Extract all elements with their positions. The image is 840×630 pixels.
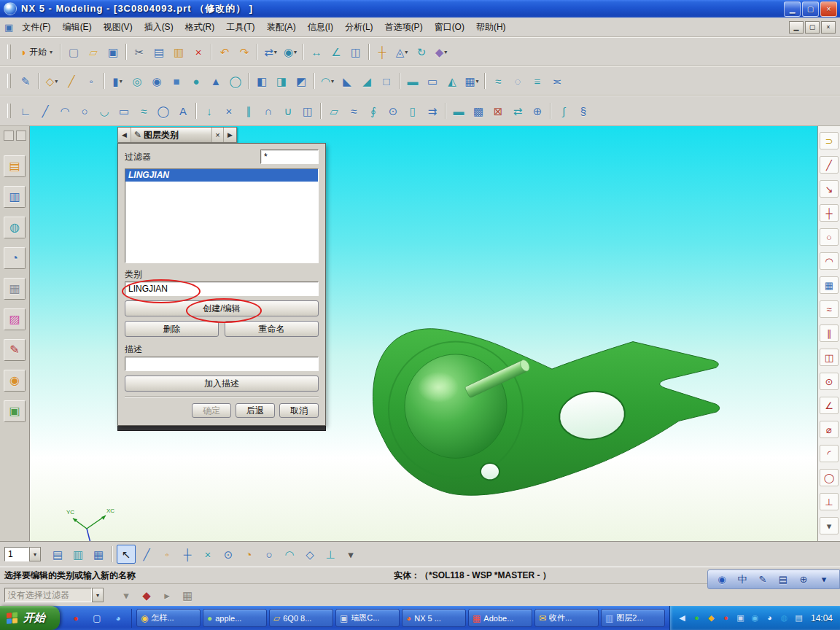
menu-item-12[interactable]: 帮助(H): [470, 20, 512, 34]
menu-item-10[interactable]: 首选项(P): [379, 20, 429, 34]
menu-item-1[interactable]: 文件(F): [16, 20, 56, 34]
snap-endpoint-button[interactable]: ╱: [137, 545, 156, 564]
create-edit-button[interactable]: 创建/编辑: [125, 300, 319, 316]
thicken-button[interactable]: ≡: [528, 71, 547, 90]
graphics-viewport[interactable]: XC YC Z ◀ ✎ 图层类别 × ▶ 过滤器 LIN: [30, 126, 817, 541]
bridge-curve-button[interactable]: ∩: [259, 101, 278, 120]
resource-tab-2[interactable]: [16, 131, 26, 141]
radius-dimension-button[interactable]: ◜: [820, 445, 839, 462]
block-button[interactable]: ■: [167, 71, 186, 90]
window-minimize-button[interactable]: ▁: [784, 1, 801, 17]
snap-quadrant-button[interactable]: ◔: [239, 545, 258, 564]
sketch-button[interactable]: ✎: [16, 71, 35, 90]
ime-settings-button[interactable]: ⊕: [794, 572, 813, 588]
menu-item-3[interactable]: 视图(V): [98, 20, 139, 34]
grid-snap-button[interactable]: ▦: [820, 276, 839, 294]
view-layout-button[interactable]: ▤: [48, 545, 67, 564]
back-button[interactable]: 后退: [236, 403, 275, 418]
sketch-arc-button[interactable]: ◠: [820, 252, 839, 270]
filter-input[interactable]: [260, 149, 319, 164]
start-app-dropdown-arrow[interactable]: ▾: [50, 49, 52, 55]
tray-display-button[interactable]: ▣: [734, 612, 747, 624]
sketch-point-button[interactable]: ┼: [820, 204, 839, 222]
system-materials-button[interactable]: ▦: [4, 278, 26, 300]
resource-tab-1[interactable]: [4, 131, 14, 141]
measure-angle-button[interactable]: ∠: [327, 42, 346, 61]
join-curve-button[interactable]: ∪: [279, 101, 298, 120]
ime-language-button[interactable]: 中: [733, 572, 752, 588]
intersection-curve-button[interactable]: ×: [219, 101, 238, 120]
n-sided-surface-button[interactable]: ⊙: [384, 101, 402, 120]
section-view-button[interactable]: ◫: [346, 42, 365, 61]
general-selection-filter-button[interactable]: ◆: [137, 586, 156, 604]
mirror-curve-button[interactable]: ◫: [298, 101, 317, 120]
menu-item-8[interactable]: 信息(I): [302, 20, 339, 34]
history-button[interactable]: ◔: [4, 247, 26, 269]
dialog-resize-bar[interactable]: [117, 426, 326, 431]
offset-surface-button[interactable]: ⇉: [423, 101, 442, 120]
edge-blend-dropdown-arrow[interactable]: ▾: [331, 78, 334, 85]
delete-button[interactable]: ×: [189, 42, 208, 61]
tray-messenger-button[interactable]: ◍: [778, 612, 790, 624]
work-layer-button[interactable]: ▦: [89, 545, 108, 564]
part-navigator-button[interactable]: ▥: [4, 186, 26, 208]
circle-button[interactable]: ○: [75, 101, 94, 120]
cut-button[interactable]: ✂: [130, 42, 149, 61]
chamfer-button[interactable]: ◣: [338, 71, 357, 90]
selection-filter-arrow-icon[interactable]: ▾: [92, 588, 104, 602]
datum-plane-button[interactable]: ◇▾: [42, 71, 61, 90]
offset-sketch-button[interactable]: ∥: [820, 324, 839, 342]
selection-filter-value[interactable]: 没有选择过滤器: [4, 588, 92, 602]
window-close-button[interactable]: ×: [820, 1, 837, 17]
text-curve-button[interactable]: A: [174, 101, 192, 120]
line-button[interactable]: ╱: [36, 101, 55, 120]
tray-update-button[interactable]: ▤: [793, 612, 805, 624]
move-face-button[interactable]: ⇄: [508, 101, 527, 120]
sweep-along-guide-button[interactable]: ≈: [489, 71, 508, 90]
layer-combo-arrow-icon[interactable]: ▾: [29, 547, 41, 561]
rectangle-button[interactable]: ▭: [114, 101, 133, 120]
cone-button[interactable]: ▲: [206, 71, 225, 90]
start-app-button[interactable]: ◗开始▾: [16, 42, 57, 61]
selection-filter-combo[interactable]: 没有选择过滤器 ▾: [4, 588, 104, 602]
layer-visibility-button[interactable]: ▥: [69, 545, 88, 564]
menu-item-9[interactable]: 分析(L): [339, 20, 379, 34]
studio-spline-button[interactable]: ≈: [134, 101, 153, 120]
open-file-button[interactable]: ▱: [84, 42, 103, 61]
internet-browser-button[interactable]: ◍: [4, 217, 26, 238]
tray-antivirus-button[interactable]: ●: [691, 612, 703, 624]
taskbar-task-button-1[interactable]: ◉怎样...: [136, 609, 201, 627]
taskbar-task-button-2[interactable]: ●apple...: [203, 609, 267, 627]
trimmed-sheet-button[interactable]: ▬: [449, 101, 468, 120]
part-hole-small[interactable]: [481, 463, 499, 480]
quicklaunch-ie-button[interactable]: ◕: [109, 611, 128, 626]
view-orient-dropdown-arrow[interactable]: ▾: [405, 49, 408, 55]
selection-filter-reset-button[interactable]: ▾: [117, 586, 136, 604]
datum-csys-button[interactable]: ┼: [373, 42, 392, 61]
project-curve-button[interactable]: ↓: [200, 101, 219, 120]
cancel-button[interactable]: 取消: [279, 403, 319, 418]
menu-item-4[interactable]: 插入(S): [139, 20, 179, 34]
snap-midpoint-button[interactable]: ◦: [158, 545, 176, 564]
angle-dimension-button[interactable]: ∠: [820, 397, 839, 414]
new-file-button[interactable]: ▢: [64, 42, 83, 61]
sketch-spline-button[interactable]: ≈: [820, 300, 839, 318]
perimeter-dimension-button[interactable]: ◯: [820, 469, 839, 486]
refresh-view-button[interactable]: ↻: [412, 42, 431, 61]
point-button[interactable]: ◦: [82, 71, 101, 90]
tube-button[interactable]: ◌: [508, 71, 527, 90]
sketch-circle-button[interactable]: ○: [820, 228, 839, 246]
add-description-button[interactable]: 加入描述: [125, 376, 319, 392]
layer-combo-value[interactable]: 1: [4, 547, 29, 561]
object-information-dropdown-arrow[interactable]: ▾: [294, 49, 297, 55]
snap-more-button[interactable]: ▾: [341, 545, 360, 564]
start-button[interactable]: 开始: [0, 606, 60, 630]
concentric-circles-button[interactable]: ⊙: [820, 373, 839, 390]
ime-minimize-button[interactable]: ▾: [814, 572, 833, 588]
window-restore-button[interactable]: ▢: [802, 1, 819, 17]
mdi-minimize-button[interactable]: ▁: [789, 21, 804, 34]
through-curves-button[interactable]: ≈: [344, 101, 363, 120]
hole-button[interactable]: ◉: [147, 71, 166, 90]
undo-button[interactable]: ↶: [215, 42, 234, 61]
menu-item-7[interactable]: 装配(A): [261, 20, 302, 34]
